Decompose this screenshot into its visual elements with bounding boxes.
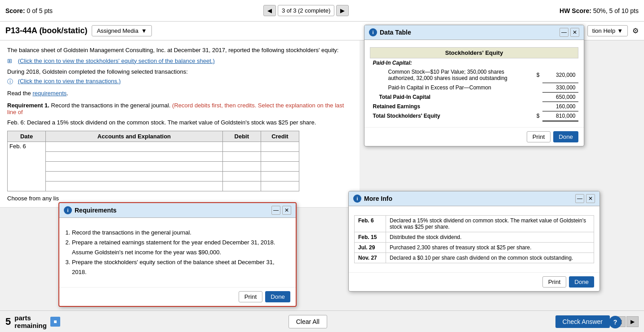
hw-score-label: HW Score: <box>560 7 591 14</box>
info-icon-data-table: i <box>369 28 377 36</box>
gear-icon[interactable]: ⚙ <box>632 27 639 35</box>
debit-header: Debit <box>222 131 261 142</box>
data-table-print-button[interactable]: Print <box>527 131 551 142</box>
debit-input-5[interactable] <box>225 182 259 190</box>
more-info-title-bar: i More Info — ✕ <box>349 191 600 206</box>
data-table-footer: Print Done <box>364 127 584 146</box>
date-cell: Feb. 6 <box>8 142 46 191</box>
prev-nav-button[interactable]: ◀ <box>263 5 276 16</box>
top-bar: Score: 0 of 5 pts ◀ 3 of 3 (2 complete) … <box>0 0 644 22</box>
debit-cell-3[interactable] <box>222 161 261 171</box>
req-list: Record the transactions in the general j… <box>65 223 290 282</box>
table-icon[interactable]: ⊞ <box>7 57 16 66</box>
accounts-header: Accounts and Explanation <box>46 131 223 142</box>
credit-input-2[interactable] <box>263 153 297 160</box>
equity-row-paid-in-label: Paid-In Capital: <box>370 58 578 68</box>
table-row <box>8 171 299 181</box>
req-print-button[interactable]: Print <box>239 291 262 302</box>
next-nav-button[interactable]: ▶ <box>336 5 349 16</box>
requirement1-section: Requirement 1. Record the transactions i… <box>7 102 352 115</box>
req-item-1: Record the transactions in the general j… <box>72 228 283 238</box>
more-info-title: i More Info <box>353 195 392 203</box>
help-circle[interactable]: ? <box>609 316 622 328</box>
data-table-title-bar: i Data Table — ✕ <box>364 25 584 40</box>
credit-input-1[interactable] <box>263 143 297 151</box>
equity-row-retained: Retained Earnings 160,000 <box>370 102 578 111</box>
info-row-nov27: Nov. 27 Declared a $0.10 per share cash … <box>355 253 594 263</box>
data-table-done-button[interactable]: Done <box>553 131 578 142</box>
equity-row-total-paid: Total Paid-In Capital 650,000 <box>370 92 578 102</box>
debit-input-3[interactable] <box>225 163 259 170</box>
intro-text: The balance sheet of Goldstein Managemen… <box>7 47 338 53</box>
more-info-body: Feb. 6 Declared a 15% stock dividend on … <box>349 206 600 272</box>
equity-table: Stockholders' Equity Paid-In Capital: Co… <box>370 47 578 122</box>
balance-sheet-link[interactable]: (Click the icon to view the stockholders… <box>18 58 215 64</box>
info-icon-transactions[interactable]: ⓘ <box>7 77 16 86</box>
score-value: 0 of 5 pts <box>27 7 53 14</box>
more-info-print-button[interactable]: Print <box>542 276 566 288</box>
total-equity-dollar: $ <box>533 111 542 121</box>
debit-cell-2[interactable] <box>222 151 261 161</box>
more-info-minimize-button[interactable]: — <box>575 194 584 203</box>
req-minimize-button[interactable]: — <box>271 206 280 215</box>
req1-label: Requirement 1. <box>7 102 49 109</box>
score-label: Score: <box>5 7 25 14</box>
parts-count: 5 <box>5 316 11 328</box>
more-info-close-button[interactable]: ✕ <box>586 194 595 203</box>
clear-all-button[interactable]: Clear All <box>289 315 327 328</box>
credit-cell-3[interactable] <box>261 161 299 171</box>
debit-input-1[interactable] <box>225 143 259 151</box>
req-close-button[interactable]: ✕ <box>282 206 291 215</box>
req-done-button[interactable]: Done <box>265 291 290 302</box>
account-input-3[interactable] <box>48 163 221 170</box>
debit-cell-5[interactable] <box>222 181 261 191</box>
credit-cell-4[interactable] <box>261 171 299 181</box>
account-input-4[interactable] <box>48 173 221 180</box>
data-table-minimize-button[interactable]: — <box>560 28 568 37</box>
credit-cell-5[interactable] <box>261 181 299 191</box>
more-info-done-button[interactable]: Done <box>569 276 594 288</box>
total-equity-value: 810,000 <box>542 111 578 121</box>
more-info-dialog: i More Info — ✕ Feb. 6 Declared a 15% st… <box>348 191 600 292</box>
credit-input-5[interactable] <box>263 182 297 190</box>
data-table-close-button[interactable]: ✕ <box>570 28 579 37</box>
credit-cell-2[interactable] <box>261 151 299 161</box>
debit-input-4[interactable] <box>225 173 259 180</box>
account-input-5[interactable] <box>48 182 221 190</box>
debit-cell-1[interactable] <box>222 142 261 151</box>
account-cell-1[interactable] <box>46 142 223 151</box>
requirements-link[interactable]: requirements <box>32 90 67 97</box>
parts-label: parts <box>14 314 47 322</box>
account-cell-5[interactable] <box>46 181 223 191</box>
remaining-label: remaining <box>14 322 47 329</box>
debit-input-2[interactable] <box>225 153 259 160</box>
req-item-2: Prepare a retained earnings statement fo… <box>72 238 283 257</box>
tion-help-button[interactable]: tion Help ▼ <box>587 25 628 36</box>
table-row <box>8 161 299 171</box>
assigned-media-label: Assigned Media <box>97 27 138 34</box>
req-controls: — ✕ <box>271 206 291 215</box>
account-cell-2[interactable] <box>46 151 223 161</box>
debit-cell-4[interactable] <box>222 171 261 181</box>
account-cell-3[interactable] <box>46 161 223 171</box>
info-text-feb6: Declared a 15% stock dividend on common … <box>386 216 594 232</box>
assigned-media-button[interactable]: Assigned Media ▼ <box>92 25 151 36</box>
requirements-dialog: i Requirements — ✕ Record the transactio… <box>58 202 297 307</box>
account-cell-4[interactable] <box>46 171 223 181</box>
account-input-2[interactable] <box>48 153 221 160</box>
credit-input-3[interactable] <box>263 163 297 170</box>
info-icon-more-info: i <box>353 195 361 203</box>
credit-input-4[interactable] <box>263 173 297 180</box>
account-input-1[interactable] <box>48 143 221 151</box>
date-header: Date <box>8 131 46 142</box>
transactions-link[interactable]: (Click the icon to view the transactions… <box>18 78 121 84</box>
paid-in-excess-value: 330,000 <box>542 83 578 92</box>
bottom-next-button[interactable]: ▶ <box>626 316 639 327</box>
check-answer-button[interactable]: Check Answer <box>555 315 610 328</box>
transactions-link-row: ⓘ (Click the icon to view the transactio… <box>7 77 352 86</box>
score-right: HW Score: 50%, 5 of 10 pts <box>560 7 639 14</box>
info-date-feb15: Feb. 15 <box>355 232 386 243</box>
credit-cell-1[interactable] <box>261 142 299 151</box>
sub-bar-left: P13-44A (book/static) Assigned Media ▼ <box>5 25 152 36</box>
data-table-controls: — ✕ <box>560 28 579 37</box>
